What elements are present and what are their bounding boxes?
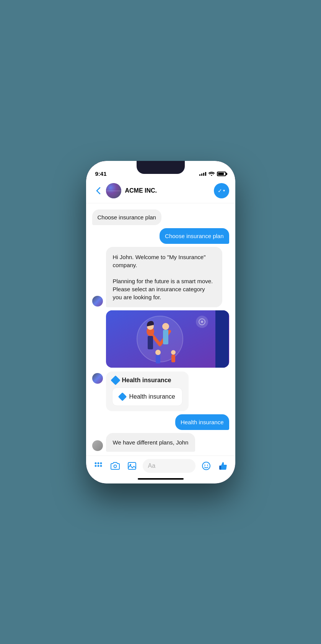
insurance-card[interactable]: Health insurance Health insurance (106, 371, 189, 411)
illustration-card (106, 310, 229, 368)
svg-rect-14 (215, 310, 229, 368)
chevron-down-icon: ▾ (223, 188, 225, 193)
checkmark-icon: ✓ (218, 188, 222, 194)
bubble-received-2: Hi John. Welcome to "My Insurance" compa… (106, 247, 222, 307)
phone-notch (137, 161, 185, 174)
bubble-text-2: Choose insurance plan (165, 233, 223, 239)
partial-bubble: We have different plans, John (106, 433, 196, 452)
svg-point-10 (155, 350, 161, 355)
bubble-sent-1: Choose insurance plan (160, 228, 229, 244)
svg-point-8 (162, 323, 169, 330)
insurance-illustration (106, 310, 229, 368)
insurance-card-header: Health insurance (112, 377, 182, 384)
svg-point-12 (171, 350, 176, 355)
phone-screen: 9:41 (86, 161, 235, 483)
svg-rect-9 (163, 330, 168, 344)
chat-header: ACME INC. ✓ ▾ (86, 180, 235, 203)
contact-name: ACME INC. (125, 187, 214, 194)
svg-rect-6 (148, 336, 153, 349)
chat-area: Choose insurance plan Choose insurance p… (86, 203, 235, 456)
message-row-1: Choose insurance plan (92, 209, 229, 225)
apps-icon[interactable] (92, 460, 104, 472)
insurance-card-title: Health insurance (122, 377, 171, 384)
emoji-icon[interactable] (200, 460, 212, 472)
signal-icon (199, 172, 206, 176)
contact-avatar (106, 183, 121, 198)
status-icons (199, 171, 226, 177)
camera-icon[interactable] (109, 460, 121, 472)
text-input[interactable]: Aa (143, 459, 196, 473)
home-indicator (86, 476, 235, 483)
insurance-card-option[interactable]: Health insurance (112, 388, 182, 406)
svg-point-25 (204, 464, 205, 466)
bot-avatar-1 (92, 296, 103, 307)
svg-point-24 (202, 462, 210, 470)
back-button[interactable] (92, 185, 104, 197)
home-bar (138, 478, 184, 480)
bottom-toolbar: Aa (86, 456, 235, 476)
phone-frame: 9:41 (86, 161, 235, 483)
message-row-2: Choose insurance plan (92, 228, 229, 244)
battery-icon (217, 172, 226, 176)
bubble-text-3: Hi John. Welcome to "My Insurance" compa… (113, 254, 213, 300)
bot-avatar-3 (92, 440, 103, 451)
svg-rect-13 (171, 355, 175, 362)
svg-point-21 (114, 465, 116, 467)
insurance-selection-row: Health insurance Health insurance (92, 371, 229, 411)
bubble-text-1: Choose insurance plan (98, 214, 156, 221)
message-row-user-health: Health insurance (92, 414, 229, 430)
message-row-partial: We have different plans, John (92, 433, 229, 452)
input-placeholder: Aa (148, 462, 156, 469)
bubble-text-health: Health insurance (181, 419, 224, 425)
photo-icon[interactable] (126, 460, 138, 472)
svg-point-26 (207, 464, 208, 466)
bubble-received-1: Choose insurance plan (92, 209, 161, 225)
svg-point-17 (100, 462, 102, 464)
bot-avatar-2 (92, 373, 103, 384)
svg-point-18 (95, 465, 96, 467)
bubble-sent-health: Health insurance (175, 414, 229, 430)
wifi-icon (209, 171, 215, 177)
thumbsup-icon[interactable] (217, 460, 229, 472)
svg-point-16 (97, 462, 99, 464)
svg-point-4 (201, 321, 203, 323)
message-row-3: Hi John. Welcome to "My Insurance" compa… (92, 247, 229, 307)
svg-point-1 (137, 316, 183, 362)
partial-bubble-text: We have different plans, John (113, 439, 189, 446)
status-time: 9:41 (95, 170, 107, 177)
insurance-option-label: Health insurance (129, 393, 175, 400)
svg-point-19 (97, 465, 99, 467)
action-button[interactable]: ✓ ▾ (214, 183, 229, 198)
svg-point-15 (95, 462, 96, 464)
diamond-icon-small (118, 392, 127, 401)
svg-rect-11 (156, 355, 160, 363)
svg-point-20 (100, 465, 102, 467)
diamond-icon-large (111, 375, 120, 385)
